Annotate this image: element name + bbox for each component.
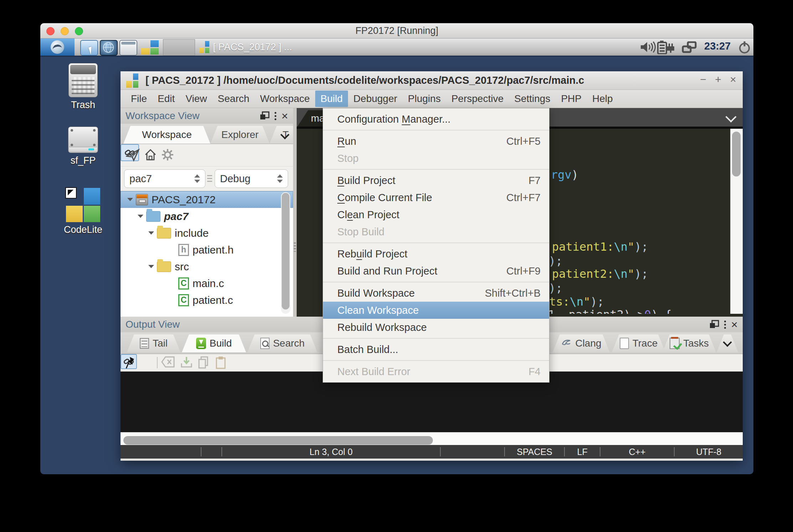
menubar-item-file[interactable]: File xyxy=(126,91,152,107)
statusbar-eol-mode[interactable]: LF xyxy=(565,445,599,459)
code-token: rgv xyxy=(551,168,572,181)
statusbar-encoding[interactable]: UTF-8 xyxy=(675,445,743,459)
minimize-button[interactable]: − xyxy=(696,73,711,86)
scrollbar-thumb[interactable] xyxy=(123,436,433,445)
expander-icon[interactable] xyxy=(126,198,134,201)
gear-icon[interactable] xyxy=(161,148,174,161)
volume-icon[interactable] xyxy=(640,41,656,55)
vm-titlebar[interactable]: FP20172 [Running] xyxy=(40,23,753,39)
tab-build[interactable]: Build xyxy=(182,334,246,352)
project-select[interactable]: pac7 xyxy=(124,169,205,188)
menubar-item-edit[interactable]: Edit xyxy=(152,91,180,107)
tree-item-pacs-20172[interactable]: PACS_20172 xyxy=(121,191,293,208)
code-token: ); xyxy=(549,254,563,268)
taskbar-window-button[interactable]: [ PACS_20172 ] ... xyxy=(196,39,292,55)
editor-tab-list-chevron-icon[interactable] xyxy=(725,111,736,122)
codelite-launcher[interactable] xyxy=(141,40,159,55)
tab-trace[interactable]: Trace xyxy=(612,334,665,352)
tree-item-main-c[interactable]: Cmain.c xyxy=(121,275,293,292)
tree-item-include[interactable]: include xyxy=(121,225,293,241)
menubar-item-settings[interactable]: Settings xyxy=(509,91,556,107)
codelite-titlebar[interactable]: [ PACS_20172 ] /home/uoc/Documents/codel… xyxy=(121,71,743,90)
menubar-item-debugger[interactable]: Debugger xyxy=(348,91,403,107)
desktop-icon-sf-fp[interactable]: sf_FP xyxy=(56,127,110,166)
tree-item-pac7[interactable]: pac7 xyxy=(121,208,293,225)
file-manager-launcher[interactable] xyxy=(80,40,98,56)
tab-clang[interactable]: Clang xyxy=(553,334,610,352)
tree-scrollbar[interactable] xyxy=(281,192,290,314)
menubar-item-search[interactable]: Search xyxy=(213,91,255,107)
tree-item-src[interactable]: src xyxy=(121,258,293,275)
statusbar-language[interactable]: C++ xyxy=(600,445,674,459)
scrollbar-thumb[interactable] xyxy=(282,193,290,310)
scrollbar-thumb[interactable] xyxy=(732,132,741,177)
clear-output-icon[interactable] xyxy=(161,356,175,368)
close-icon[interactable]: × xyxy=(731,320,738,329)
expander-icon[interactable] xyxy=(147,265,155,268)
dock-icon[interactable] xyxy=(709,320,719,329)
menubar-item-perspective[interactable]: Perspective xyxy=(446,91,509,107)
statusbar-indent-mode[interactable]: SPACES xyxy=(505,445,564,459)
menubar-item-plugins[interactable]: Plugins xyxy=(403,91,446,107)
statusbar-bottom-strip xyxy=(121,459,743,461)
menubar-item-workspace[interactable]: Workspace xyxy=(255,91,315,107)
panel-menu-icon[interactable] xyxy=(275,112,276,120)
web-browser-launcher[interactable] xyxy=(100,40,118,56)
dock-icon[interactable] xyxy=(260,111,270,121)
display-settings-icon[interactable] xyxy=(681,41,697,55)
power-icon[interactable] xyxy=(738,41,751,56)
save-output-icon[interactable] xyxy=(180,356,193,368)
taskbar-blank-button[interactable] xyxy=(163,39,195,56)
menubar-item-help[interactable]: Help xyxy=(587,91,618,107)
config-select[interactable]: Debug xyxy=(215,169,288,188)
close-button[interactable]: × xyxy=(726,73,741,86)
output-tab-list-chevron[interactable] xyxy=(717,334,738,352)
tab-tasks[interactable]: Tasks xyxy=(662,334,716,352)
menubar-item-php[interactable]: PHP xyxy=(556,91,587,107)
menu-item-configuration-manager[interactable]: Configuration Manager... xyxy=(323,111,549,128)
expander-icon[interactable] xyxy=(147,231,155,235)
tree-item-patient-c[interactable]: Cpatient.c xyxy=(121,292,293,308)
pin-icon[interactable] xyxy=(126,356,136,369)
menu-item-rebuild-workspace[interactable]: Rebuild Workspace xyxy=(323,319,549,336)
spinner-icon[interactable] xyxy=(194,174,200,183)
home-icon[interactable] xyxy=(144,148,157,161)
battery-icon[interactable] xyxy=(657,41,678,56)
menubar-item-build[interactable]: Build xyxy=(315,91,348,107)
menu-item-rebuild-project[interactable]: Rebuild Project xyxy=(323,245,549,262)
drive-icon xyxy=(68,127,98,153)
build-menu-popup: Configuration Manager...RunCtrl+F5StopBu… xyxy=(323,108,549,383)
copy-icon[interactable] xyxy=(198,356,210,369)
paste-icon[interactable] xyxy=(215,356,226,369)
statusbar-position[interactable]: Ln 3, Col 0 xyxy=(222,445,440,459)
menu-item-clean-project[interactable]: Clean Project xyxy=(323,206,549,223)
clock[interactable]: 23:27 xyxy=(704,40,731,52)
statusbar-spacer xyxy=(201,445,221,459)
code-line: ); xyxy=(549,255,563,267)
menubar-item-view[interactable]: View xyxy=(180,91,212,107)
link-editor-icon[interactable] xyxy=(126,148,140,162)
editor-scrollbar[interactable] xyxy=(730,129,743,314)
expander-icon[interactable] xyxy=(136,215,145,218)
menu-item-run[interactable]: RunCtrl+F5 xyxy=(323,133,549,150)
tab-tail[interactable]: Tail xyxy=(127,334,180,352)
tab-workspace[interactable]: Workspace xyxy=(123,126,210,144)
maximize-button[interactable]: + xyxy=(711,73,726,86)
close-icon[interactable]: × xyxy=(281,111,288,121)
spinner-icon[interactable] xyxy=(277,174,283,183)
tree-item-patient-h[interactable]: hpatient.h xyxy=(121,241,293,258)
desktop-icon-codelite[interactable]: CodeLite xyxy=(56,188,110,235)
app-menu-button[interactable] xyxy=(40,39,75,56)
panel-sash[interactable] xyxy=(293,108,297,317)
menu-item-build-workspace[interactable]: Build WorkspaceShift+Ctrl+B xyxy=(323,285,549,302)
terminal-launcher[interactable] xyxy=(119,40,137,56)
menu-item-batch-build[interactable]: Batch Build... xyxy=(323,341,549,358)
menu-item-build-and-run-project[interactable]: Build and Run ProjectCtrl+F9 xyxy=(323,262,549,280)
menu-item-build-project[interactable]: Build ProjectF7 xyxy=(323,172,549,189)
panel-menu-icon[interactable] xyxy=(724,321,726,329)
tab-explorer[interactable]: Explorer xyxy=(210,126,270,144)
desktop-icon-trash[interactable]: Trash xyxy=(56,63,110,111)
tab-search[interactable]: Search xyxy=(247,334,317,352)
menu-item-compile-current-file[interactable]: Compile Current FileCtrl+F7 xyxy=(323,189,549,206)
menu-item-clean-workspace[interactable]: Clean Workspace xyxy=(323,302,549,319)
